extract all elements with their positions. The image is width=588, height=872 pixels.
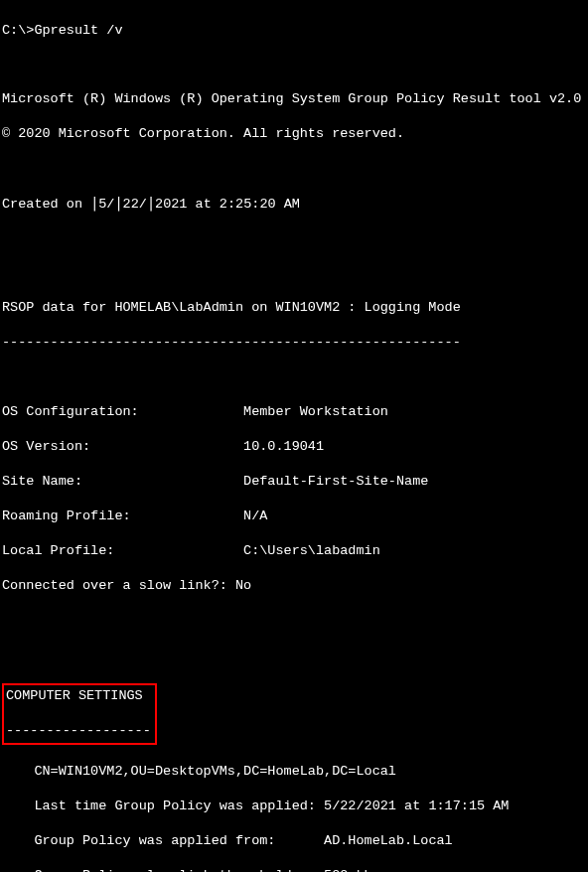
value: AD.HomeLab.Local [324, 833, 453, 848]
prompt-cwd: C:\> [2, 23, 34, 38]
value: N/A [243, 509, 267, 523]
created-date: 5/ [98, 197, 114, 212]
value: Member Workstation [243, 404, 388, 419]
command-line: C:\>Gpresult /v [2, 22, 588, 40]
computer-settings-dashes: ------------------ [6, 722, 151, 740]
local-profile: Local Profile: C:\Users\labadmin [2, 542, 588, 560]
site-name: Site Name: Default-First-Site-Name [2, 473, 588, 491]
slow-link: Connected over a slow link?: No [2, 577, 588, 595]
arrow-icon: |‎ [114, 195, 122, 211]
label: OS Configuration: [2, 404, 139, 419]
value: C:\Users\labadmin [243, 543, 380, 558]
command-text: Gpresult /v [34, 23, 122, 38]
roaming-profile: Roaming Profile: N/A [2, 508, 588, 525]
label: Group Policy slow link threshold: [34, 868, 299, 872]
computer-settings-heading: COMPUTER SETTINGS [6, 687, 151, 705]
cs-slow-threshold: Group Policy slow link threshold: 500 kb… [2, 867, 588, 872]
os-version: OS Version: 10.0.19041 [2, 438, 588, 456]
arrow-icon: |‎ [147, 195, 155, 211]
created-middle: 22/ [123, 197, 147, 212]
label: Last time Group Policy was applied: [34, 799, 316, 813]
terminal-output: C:\>Gpresult /v Microsoft (R) Windows (R… [0, 0, 588, 872]
created-on: Created on ‎‎|‎5/|‎22/|‎2021 at 2:25:20 … [2, 195, 588, 214]
label: Connected over a slow link?: [2, 578, 227, 593]
label: Group Policy was applied from: [34, 833, 275, 848]
value: CN=WIN10VM2,OU=DesktopVMs,DC=HomeLab,DC=… [34, 764, 396, 779]
value: 10.0.19041 [243, 439, 324, 454]
rsop-dashes: ----------------------------------------… [2, 334, 588, 352]
label: OS Version: [2, 439, 90, 454]
value: Default-First-Site-Name [243, 474, 428, 489]
value: 500 kbps [324, 868, 388, 872]
tool-header: Microsoft (R) Windows (R) Operating Syst… [2, 90, 588, 108]
label: Site Name: [2, 474, 82, 489]
rsop-line: RSOP data for HOMELAB\LabAdmin on WIN10V… [2, 299, 588, 317]
value: 5/22/2021 at 1:17:15 AM [324, 799, 509, 813]
cs-applied-from: Group Policy was applied from: AD.HomeLa… [2, 832, 588, 850]
computer-settings-heading-box: COMPUTER SETTINGS ------------------ [2, 683, 157, 746]
value: No [235, 578, 251, 593]
created-year-time: 2021 at 2:25:20 AM [155, 197, 300, 212]
copyright: © 2020 Microsoft Corporation. All rights… [2, 125, 588, 143]
cs-last-applied: Last time Group Policy was applied: 5/22… [2, 798, 588, 815]
label: Local Profile: [2, 543, 114, 558]
label: Roaming Profile: [2, 509, 131, 523]
os-configuration: OS Configuration: Member Workstation [2, 403, 588, 421]
cs-cn: CN=WIN10VM2,OU=DesktopVMs,DC=HomeLab,DC=… [2, 763, 588, 781]
